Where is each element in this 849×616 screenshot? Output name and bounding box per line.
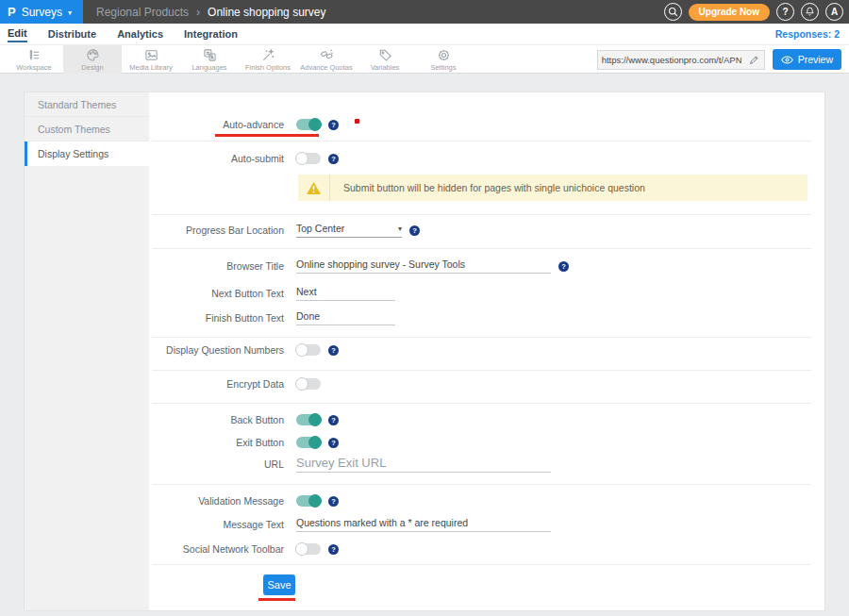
exit-url-input[interactable] (296, 456, 551, 473)
tab-integration[interactable]: Integration (184, 26, 238, 42)
auto-advance-row: Auto-advance ? (149, 116, 339, 133)
survey-tabs: Edit Distribute Analytics Integration Re… (0, 24, 849, 45)
encrypt-data-toggle[interactable] (296, 378, 321, 390)
validation-message-help-icon[interactable]: ? (328, 496, 339, 507)
progress-bar-help-icon[interactable]: ? (409, 225, 420, 236)
toolbar-item-variables[interactable]: Variables (356, 45, 414, 74)
breadcrumb-current: Online shopping survey (208, 6, 325, 19)
progress-bar-location-value: Top Center (296, 223, 344, 234)
design-sidebar: Standard Themes Custom Themes Display Se… (25, 92, 149, 610)
sidebar-item-standard-themes[interactable]: Standard Themes (25, 92, 149, 117)
divider (152, 141, 811, 142)
encrypt-data-label: Encrypt Data (149, 378, 284, 390)
browser-title-input[interactable] (296, 258, 551, 274)
edit-url-button[interactable] (745, 51, 764, 69)
header-actions: Upgrade Now ? A (664, 3, 843, 21)
annotation-underline-save (258, 598, 295, 601)
breadcrumb-parent[interactable]: Regional Products (96, 6, 189, 19)
message-text-row: Message Text (149, 516, 551, 533)
back-button-toggle[interactable] (296, 414, 321, 425)
upgrade-now-button[interactable]: Upgrade Now (689, 4, 770, 21)
toolbar-item-media-library[interactable]: Media Library (122, 45, 180, 74)
auto-advance-toggle[interactable] (296, 119, 321, 130)
warning-text: Submit button will be hidden for pages w… (330, 182, 645, 193)
questionpro-logo-icon: P (8, 5, 16, 19)
toolbar-item-settings[interactable]: Settings (414, 45, 473, 74)
browser-title-help-icon[interactable]: ? (558, 261, 569, 272)
progress-bar-location-row: Progress Bar Location Top Center ▾ ? (149, 222, 420, 239)
avatar[interactable]: A (825, 3, 843, 21)
progress-bar-location-label: Progress Bar Location (149, 225, 284, 236)
divider (152, 337, 811, 338)
message-text-label: Message Text (149, 519, 284, 530)
chain-links-icon (320, 48, 334, 62)
tag-icon (378, 48, 392, 62)
finish-button-text-input[interactable] (296, 310, 395, 325)
tab-analytics[interactable]: Analytics (117, 26, 163, 42)
top-header: P Surveys ▾ Regional Products › Online s… (0, 0, 849, 24)
progress-bar-location-select[interactable]: Top Center ▾ (296, 223, 402, 238)
message-text-input[interactable] (296, 517, 551, 532)
display-settings-content: Auto-advance ? Auto-submit ? (149, 92, 824, 610)
browser-title-label: Browser Title (149, 260, 284, 272)
back-button-help-icon[interactable]: ? (328, 415, 339, 425)
divider (152, 370, 811, 371)
select-caret-icon: ▾ (398, 225, 402, 233)
bell-icon (805, 7, 815, 17)
social-network-toolbar-label: Social Network Toolbar (149, 543, 284, 555)
display-question-numbers-help-icon[interactable]: ? (328, 345, 339, 356)
finish-button-text-label: Finish Button Text (149, 312, 284, 324)
breadcrumb-chevron-icon: › (196, 6, 200, 19)
back-button-label: Back Button (149, 414, 284, 425)
annotation-red-dot (355, 119, 359, 124)
toolbar-item-languages[interactable]: Languages (180, 45, 239, 74)
responses-count[interactable]: Responses: 2 (775, 28, 840, 40)
auto-submit-help-icon[interactable]: ? (328, 154, 339, 164)
brand-label: Surveys (22, 6, 62, 19)
divider (152, 403, 811, 404)
finish-button-text-row: Finish Button Text (149, 309, 395, 326)
browser-title-row: Browser Title ? (149, 258, 569, 275)
validation-message-toggle[interactable] (296, 495, 321, 507)
search-button[interactable] (664, 3, 682, 21)
page-body: Standard Themes Custom Themes Display Se… (0, 74, 849, 616)
auto-advance-help-icon[interactable]: ? (328, 120, 339, 130)
toolbar-item-workspace[interactable]: Workspace (5, 45, 63, 74)
toolbar-right: Preview (597, 49, 841, 70)
survey-url-input[interactable] (598, 55, 745, 65)
tab-edit[interactable]: Edit (8, 25, 27, 42)
tab-distribute[interactable]: Distribute (48, 26, 96, 42)
survey-url-box (597, 50, 765, 70)
social-network-toolbar-toggle[interactable] (296, 543, 321, 555)
next-button-text-input[interactable] (296, 286, 395, 301)
exit-button-toggle[interactable] (296, 437, 321, 448)
auto-advance-label: Auto-advance (149, 119, 284, 130)
sidebar-item-custom-themes[interactable]: Custom Themes (25, 117, 149, 142)
social-network-toolbar-help-icon[interactable]: ? (328, 544, 339, 555)
divider (152, 214, 811, 215)
surveys-menu[interactable]: P Surveys ▾ (0, 0, 83, 24)
exit-button-help-icon[interactable]: ? (328, 438, 339, 448)
next-button-text-row: Next Button Text (149, 285, 395, 302)
next-button-text-label: Next Button Text (149, 288, 284, 299)
auto-submit-toggle[interactable] (296, 153, 321, 164)
display-question-numbers-toggle[interactable] (296, 344, 321, 356)
save-button[interactable]: Save (263, 574, 295, 595)
social-network-toolbar-row: Social Network Toolbar ? (149, 541, 339, 558)
magic-wand-icon (261, 48, 275, 62)
exit-url-row: URL (149, 455, 551, 474)
toolbar-item-advance-quotas[interactable]: Advance Quotas (297, 45, 356, 74)
pencil-icon (749, 55, 759, 65)
preview-button[interactable]: Preview (773, 49, 841, 70)
exit-url-label: URL (149, 458, 284, 470)
notifications-button[interactable] (801, 3, 819, 21)
encrypt-data-row: Encrypt Data (149, 375, 321, 392)
toolbar-item-finish-options[interactable]: Finish Options (239, 45, 297, 74)
gear-icon (437, 48, 451, 62)
app-root: P Surveys ▾ Regional Products › Online s… (0, 0, 849, 616)
sidebar-item-display-settings[interactable]: Display Settings (25, 142, 149, 166)
workspace-icon (27, 48, 42, 62)
display-question-numbers-label: Display Question Numbers (149, 344, 284, 356)
help-button[interactable]: ? (776, 3, 794, 21)
toolbar-item-design[interactable]: Design (63, 45, 122, 74)
